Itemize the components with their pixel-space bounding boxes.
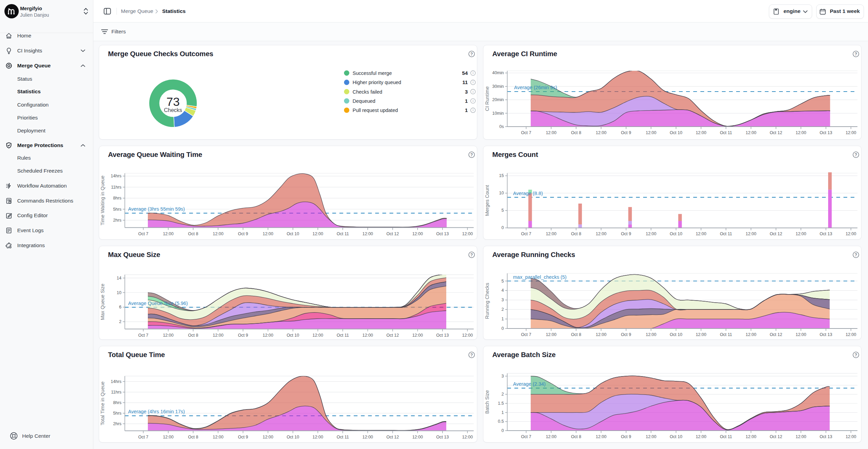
svg-text:Checks failed: Checks failed <box>353 89 382 95</box>
svg-text:12:00: 12:00 <box>746 231 756 236</box>
svg-text:Oct 12: Oct 12 <box>386 333 399 338</box>
svg-text:12:00: 12:00 <box>163 231 173 236</box>
svg-text:Oct 13: Oct 13 <box>820 332 832 337</box>
svg-text:Oct 9: Oct 9 <box>621 332 631 337</box>
svg-text:Running Checks: Running Checks <box>484 283 490 319</box>
svg-text:Successful merge: Successful merge <box>353 70 392 76</box>
svg-text:?: ? <box>470 253 473 257</box>
svg-text:i: i <box>472 99 473 103</box>
svg-text:0s: 0s <box>499 124 504 129</box>
svg-text:i: i <box>472 71 473 75</box>
svg-text:max_parallel_checks (5): max_parallel_checks (5) <box>513 274 567 280</box>
svg-text:3: 3 <box>501 374 504 379</box>
svg-text:8hrs: 8hrs <box>113 400 121 405</box>
svg-text:Oct 12: Oct 12 <box>770 332 782 337</box>
svg-text:Average (8.8): Average (8.8) <box>513 191 543 196</box>
svg-text:0.5: 0.5 <box>498 419 504 424</box>
svg-text:Merges Count: Merges Count <box>484 185 490 216</box>
svg-text:12:00: 12:00 <box>412 231 423 236</box>
svg-text:12:00: 12:00 <box>596 434 606 439</box>
svg-text:12:00: 12:00 <box>596 130 606 135</box>
svg-text:12:00: 12:00 <box>213 333 223 338</box>
svg-text:Oct 13: Oct 13 <box>436 435 449 439</box>
svg-text:12:00: 12:00 <box>312 333 323 338</box>
svg-text:3: 3 <box>465 89 468 95</box>
svg-text:12:00: 12:00 <box>596 231 606 236</box>
svg-text:4: 4 <box>501 288 504 293</box>
svg-text:Oct 9: Oct 9 <box>621 231 631 236</box>
svg-text:12:00: 12:00 <box>312 435 323 439</box>
svg-text:12:00: 12:00 <box>846 130 856 135</box>
svg-text:Oct 10: Oct 10 <box>286 231 299 236</box>
svg-text:Oct 8: Oct 8 <box>571 231 581 236</box>
svg-text:5hrs: 5hrs <box>113 411 121 416</box>
svg-text:Oct 11: Oct 11 <box>720 231 732 236</box>
svg-text:5hrs: 5hrs <box>113 207 121 212</box>
svg-text:Oct 10: Oct 10 <box>670 130 682 135</box>
svg-text:Dequeued: Dequeued <box>353 98 375 104</box>
svg-text:Checks: Checks <box>164 107 182 113</box>
svg-text:Oct 13: Oct 13 <box>436 231 449 236</box>
svg-text:2: 2 <box>501 392 504 397</box>
svg-text:12:00: 12:00 <box>646 231 656 236</box>
svg-text:12:00: 12:00 <box>312 231 323 236</box>
svg-text:12:00: 12:00 <box>546 231 556 236</box>
svg-text:11hrs: 11hrs <box>111 390 121 395</box>
svg-text:Oct 9: Oct 9 <box>238 333 248 338</box>
svg-text:12:00: 12:00 <box>546 332 556 337</box>
svg-text:15: 15 <box>499 173 504 178</box>
svg-text:12:00: 12:00 <box>646 434 656 439</box>
svg-text:11hrs: 11hrs <box>111 185 121 190</box>
svg-text:12:00: 12:00 <box>646 332 656 337</box>
svg-text:?: ? <box>855 153 857 157</box>
svg-text:Average (3hrs 55min 59s): Average (3hrs 55min 59s) <box>128 206 185 212</box>
svg-text:5: 5 <box>501 208 504 213</box>
svg-text:12:00: 12:00 <box>263 333 273 338</box>
svg-text:10: 10 <box>499 191 504 195</box>
svg-text:Oct 7: Oct 7 <box>138 435 149 439</box>
svg-text:Total Time in Queue: Total Time in Queue <box>100 382 105 426</box>
svg-text:Oct 13: Oct 13 <box>820 434 832 439</box>
svg-text:54: 54 <box>462 70 468 76</box>
svg-text:Oct 8: Oct 8 <box>188 231 198 236</box>
svg-text:i: i <box>472 90 473 94</box>
svg-text:0: 0 <box>501 326 504 331</box>
svg-text:0: 0 <box>501 225 504 230</box>
svg-text:12:00: 12:00 <box>646 130 656 135</box>
svg-text:20min: 20min <box>492 97 504 102</box>
svg-text:5: 5 <box>501 279 504 284</box>
svg-text:1: 1 <box>501 410 504 415</box>
svg-text:Oct 13: Oct 13 <box>820 231 832 236</box>
svg-text:12:00: 12:00 <box>362 231 373 236</box>
svg-text:Oct 7: Oct 7 <box>521 332 531 337</box>
svg-text:12:00: 12:00 <box>746 332 756 337</box>
svg-text:12:00: 12:00 <box>746 434 756 439</box>
svg-text:Oct 7: Oct 7 <box>521 434 531 439</box>
svg-text:i: i <box>472 108 473 112</box>
svg-text:12:00: 12:00 <box>546 434 556 439</box>
svg-text:Oct 8: Oct 8 <box>188 435 198 439</box>
svg-text:Average (4hrs 16min 17s): Average (4hrs 16min 17s) <box>128 409 185 414</box>
svg-text:1: 1 <box>465 98 468 104</box>
svg-text:Oct 11: Oct 11 <box>720 130 732 135</box>
svg-text:Average (2.34): Average (2.34) <box>513 381 546 387</box>
svg-text:2: 2 <box>119 319 121 324</box>
svg-text:Oct 10: Oct 10 <box>670 434 682 439</box>
svg-text:Pull request updated: Pull request updated <box>353 108 398 113</box>
svg-text:12:00: 12:00 <box>412 435 423 439</box>
svg-text:i: i <box>472 80 473 84</box>
svg-text:Oct 11: Oct 11 <box>337 231 349 236</box>
svg-text:Oct 10: Oct 10 <box>670 231 682 236</box>
svg-text:Oct 9: Oct 9 <box>621 434 631 439</box>
svg-text:12:00: 12:00 <box>696 231 706 236</box>
svg-text:10min: 10min <box>492 111 504 116</box>
svg-text:Oct 10: Oct 10 <box>670 332 682 337</box>
svg-text:14hrs: 14hrs <box>111 379 121 384</box>
svg-text:12:00: 12:00 <box>596 332 606 337</box>
svg-text:Oct 13: Oct 13 <box>436 333 449 338</box>
svg-text:0: 0 <box>501 428 504 433</box>
svg-text:Time Waiting in Queue: Time Waiting in Queue <box>100 176 105 225</box>
svg-text:Oct 10: Oct 10 <box>286 435 299 439</box>
svg-text:2hrs: 2hrs <box>113 218 121 223</box>
svg-text:?: ? <box>470 52 473 57</box>
